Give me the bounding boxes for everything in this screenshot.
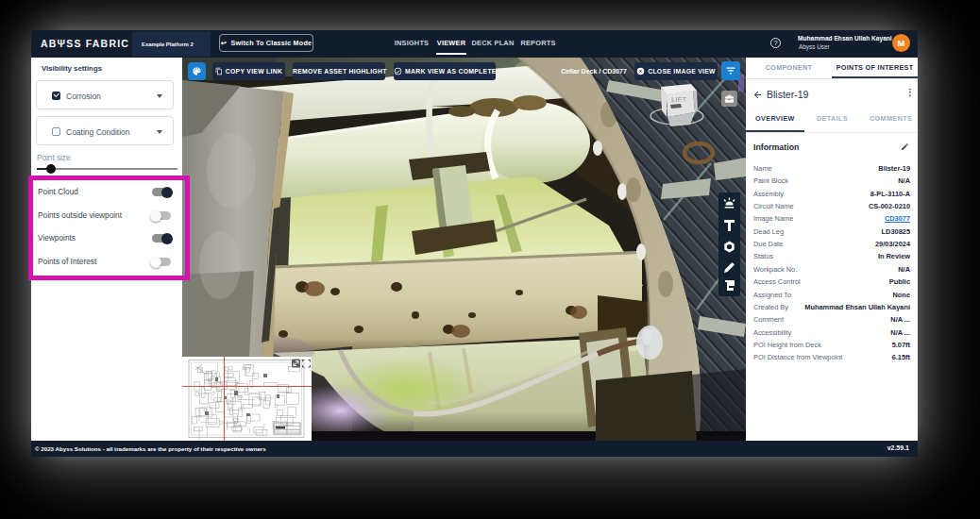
svg-text:LIFT: LIFT xyxy=(671,95,687,104)
